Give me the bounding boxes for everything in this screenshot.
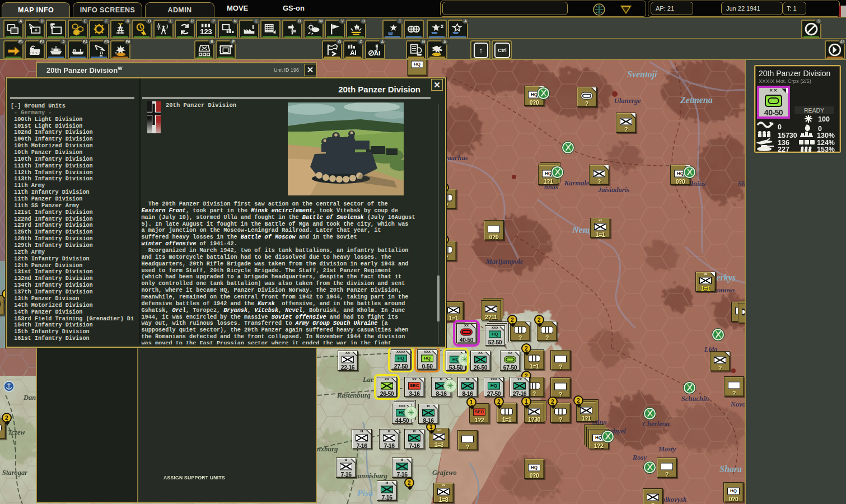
svg-text:Nem: Nem <box>572 225 590 235</box>
svg-text:Dan: Dan <box>23 394 36 402</box>
svg-text:olkovysk: olkovysk <box>662 496 687 503</box>
svg-text:Sventoji: Sventoji <box>627 69 657 80</box>
svg-text:130%: 130% <box>817 132 835 139</box>
svg-text:123: 123 <box>200 27 212 36</box>
svg-text:Starogar: Starogar <box>2 469 27 477</box>
svg-text:Lae: Lae <box>362 376 374 384</box>
svg-text:227: 227 <box>778 146 789 152</box>
svg-text:Rosy: Rosy <box>632 454 647 461</box>
svg-text:Jaisiadaris: Jaisiadaris <box>597 186 629 194</box>
svg-text:Zetmena: Zetmena <box>680 95 713 105</box>
svg-text:100: 100 <box>818 115 830 123</box>
svg-text:Marijampole: Marijampole <box>485 258 524 265</box>
svg-text:Tczew: Tczew <box>8 428 25 436</box>
svg-text:Mosty: Mosty <box>658 445 676 453</box>
svg-text:Novo: Novo <box>730 400 746 408</box>
svg-text:2: 2 <box>441 24 443 29</box>
svg-text:AI: AI <box>373 50 380 57</box>
svg-text:nxburg: nxburg <box>317 445 338 453</box>
svg-text:153%: 153% <box>817 146 835 152</box>
svg-text:Cherlena: Cherlena <box>643 420 670 428</box>
svg-text:0: 0 <box>778 123 782 131</box>
svg-text:Ulanerge: Ulanerge <box>614 97 641 105</box>
svg-text:AI: AI <box>350 49 357 56</box>
svg-text:Schuchin: Schuchin <box>681 395 709 403</box>
svg-text:Rastenburg: Rastenburg <box>336 391 371 399</box>
svg-text:15730: 15730 <box>778 132 797 139</box>
svg-text:Shara: Shara <box>719 464 742 474</box>
svg-text:Pisa: Pisa <box>357 488 373 498</box>
svg-text:hannisburg: hannisburg <box>354 472 387 480</box>
svg-text:Grajewo: Grajewo <box>432 469 457 477</box>
